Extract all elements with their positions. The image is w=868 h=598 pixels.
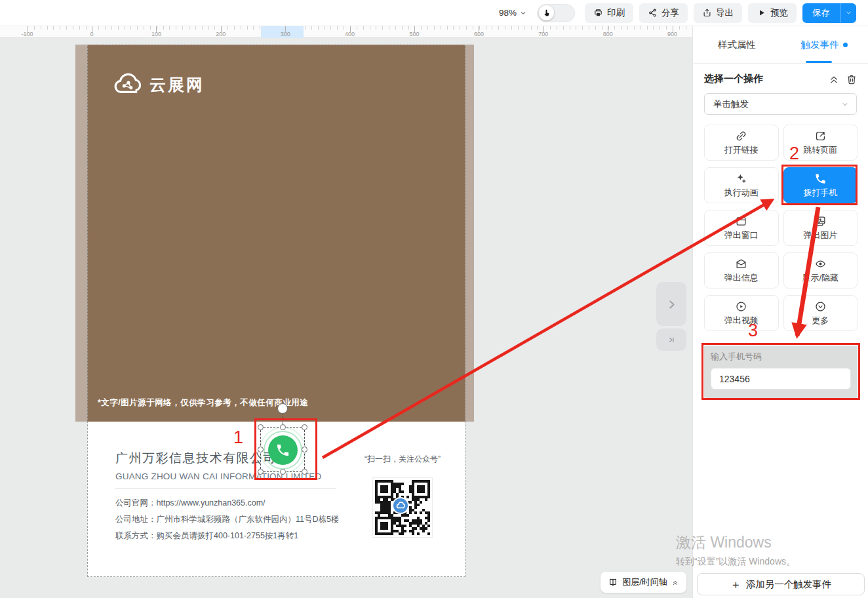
- company-divider: [115, 488, 336, 489]
- unsaved-indicator-dot: [843, 43, 848, 47]
- action-label: 更多: [812, 315, 829, 327]
- qr-code: [372, 477, 433, 538]
- qr-center-logo: [392, 497, 409, 514]
- action-dial-phone[interactable]: 拨打手机: [783, 167, 858, 203]
- action-popup-image[interactable]: 弹出图片: [783, 210, 858, 246]
- ruler-tick-label: 500: [409, 31, 419, 37]
- action-label: 弹出图片: [803, 229, 837, 241]
- share-icon: [648, 8, 658, 18]
- action-popup-message[interactable]: 弹出信息: [704, 252, 779, 289]
- ruler-tick-label: 200: [216, 31, 226, 37]
- phone-icon: [814, 172, 827, 185]
- flipbook-icon: [608, 577, 618, 588]
- last-page-button[interactable]: [656, 329, 686, 351]
- save-split-button: 保存: [802, 3, 856, 23]
- skip-to-end-icon: [666, 334, 677, 345]
- resize-handle-s[interactable]: [280, 469, 286, 475]
- printer-icon: [593, 8, 603, 18]
- resize-handle-se[interactable]: [302, 469, 307, 475]
- tab-trigger-label: 触发事件: [801, 39, 839, 51]
- app-window: 98% 印刷 分享 导出 预览 保存: [0, 0, 868, 598]
- collapse-section-button[interactable]: [828, 73, 840, 85]
- panel-tabs: 样式属性 触发事件: [693, 26, 868, 64]
- preview-button[interactable]: 预览: [748, 3, 797, 23]
- resize-handle-n[interactable]: [280, 424, 286, 430]
- ruler-tick-label: 300: [281, 31, 290, 37]
- window-icon: [735, 215, 747, 228]
- action-label: 拨打手机: [803, 187, 837, 199]
- action-label: 弹出信息: [724, 272, 759, 284]
- action-open-link[interactable]: 打开链接: [704, 125, 779, 161]
- action-label: 弹出视频: [724, 315, 759, 327]
- action-label: 执行动画: [724, 187, 759, 199]
- preview-label: 预览: [770, 7, 788, 19]
- touch-mode-toggle[interactable]: [537, 4, 575, 22]
- resize-handle-w[interactable]: [258, 447, 264, 452]
- touch-pointer-icon: [542, 9, 551, 18]
- resize-handle-nw[interactable]: [258, 424, 264, 430]
- next-page-button[interactable]: [656, 282, 686, 326]
- plus-icon: ＋: [730, 579, 741, 590]
- link-icon: [735, 130, 747, 142]
- sparkle-icon: [735, 172, 747, 185]
- trigger-mode-select[interactable]: 单击触发: [704, 93, 857, 115]
- selection-box[interactable]: [260, 427, 305, 472]
- ruler-tick-label: 800: [603, 31, 613, 37]
- action-label: 打开链接: [724, 144, 759, 156]
- action-show-hide[interactable]: 显示/隐藏: [783, 252, 858, 289]
- print-label: 印刷: [607, 7, 625, 19]
- jump-icon: [814, 130, 827, 142]
- save-options-button[interactable]: [840, 3, 856, 23]
- tab-trigger-events[interactable]: 触发事件: [781, 26, 868, 63]
- horizontal-ruler: -1000100200300400500600700800900: [0, 26, 692, 38]
- ruler-tick-label: 0: [90, 31, 93, 37]
- tab-style-label: 样式属性: [718, 39, 756, 51]
- action-jump-page[interactable]: 跳转页面: [783, 125, 858, 161]
- image-icon: [814, 215, 827, 228]
- print-button[interactable]: 印刷: [585, 3, 633, 23]
- eye-icon: [814, 258, 827, 270]
- export-button[interactable]: 导出: [694, 3, 742, 23]
- zoom-level-control[interactable]: 98%: [499, 8, 527, 18]
- export-icon: [702, 8, 712, 18]
- delete-trigger-button[interactable]: [846, 73, 858, 85]
- ruler-tick-label: 700: [538, 31, 548, 37]
- action-more[interactable]: 更多: [783, 295, 858, 331]
- resize-handle-e[interactable]: [302, 447, 307, 452]
- collapse-up-icon: [671, 578, 679, 586]
- resize-handle-ne[interactable]: [302, 424, 307, 430]
- bleed-right: [465, 45, 474, 422]
- section-title: 选择一个操作: [704, 73, 822, 85]
- action-popup-video[interactable]: 弹出视频: [704, 295, 779, 331]
- ruler-tick-label: 600: [474, 31, 484, 37]
- chevron-down-icon: [841, 100, 849, 108]
- bleed-left: [75, 45, 87, 422]
- share-button[interactable]: 分享: [639, 3, 688, 23]
- top-toolbar: 98% 印刷 分享 导出 预览 保存: [0, 0, 868, 26]
- layers-timeline-button[interactable]: 图层/时间轴: [601, 572, 686, 593]
- page-cover-image[interactable]: [75, 45, 474, 422]
- tab-style-properties[interactable]: 样式属性: [693, 26, 781, 63]
- add-trigger-event-button[interactable]: ＋ 添加另一个触发事件: [697, 573, 865, 595]
- rotation-handle[interactable]: [277, 403, 288, 414]
- qr-caption: “扫一扫，关注公众号”: [365, 454, 441, 465]
- double-chevron-up-icon: [828, 73, 840, 85]
- company-name-cn: 广州万彩信息技术有限公司: [115, 450, 351, 467]
- properties-panel: 样式属性 触发事件 选择一个操作 单击触发 打开链接跳转页面执行动画拨打手机弹出…: [692, 26, 868, 598]
- save-button[interactable]: 保存: [802, 3, 840, 23]
- zoom-level-value: 98%: [499, 8, 517, 18]
- action-run-animation[interactable]: 执行动画: [704, 167, 779, 203]
- play-icon: [757, 8, 766, 18]
- resize-handle-sw[interactable]: [258, 469, 264, 475]
- phone-number-input[interactable]: [711, 368, 851, 389]
- company-contact-lines: 公司官网：https://www.yunzhan365.com/公司地址：广州市…: [115, 495, 351, 544]
- video-icon: [735, 300, 747, 313]
- chevron-down-icon: [845, 9, 852, 16]
- cover-image-body: [87, 45, 465, 422]
- company-info-line: 公司官网：https://www.yunzhan365.com/: [115, 495, 351, 511]
- action-popup-window[interactable]: 弹出窗口: [704, 210, 779, 246]
- ruler-tick-label: 100: [151, 31, 161, 37]
- company-info-line: 公司地址：广州市科学城彩频路（广东软件园内）11号D栋5楼: [115, 511, 351, 528]
- action-label: 跳转页面: [803, 144, 837, 156]
- action-label: 弹出窗口: [724, 229, 759, 241]
